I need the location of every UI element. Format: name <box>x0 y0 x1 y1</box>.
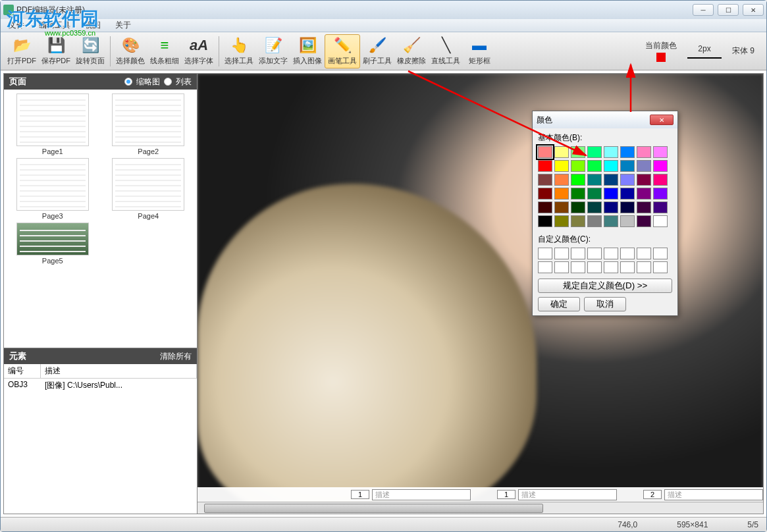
close-button[interactable]: ✕ <box>743 4 764 16</box>
color-swatch[interactable] <box>587 160 602 172</box>
color-swatch[interactable] <box>538 146 552 158</box>
view-thumb-radio[interactable] <box>124 78 132 86</box>
line-tool-button[interactable]: ╲直线工具 <box>429 34 463 68</box>
color-swatch[interactable] <box>620 146 635 158</box>
maximize-button[interactable]: ☐ <box>718 4 739 16</box>
color-swatch[interactable] <box>538 174 552 186</box>
color-swatch[interactable] <box>653 188 668 200</box>
minimize-button[interactable]: ─ <box>693 4 714 16</box>
canvas-area[interactable]: 1描述1描述2描述 <box>198 74 763 514</box>
color-swatch[interactable] <box>620 215 635 227</box>
rotate-page-button[interactable]: 🔄旋转页面 <box>73 34 107 68</box>
color-swatch[interactable] <box>571 201 585 213</box>
paint-brush-button[interactable]: 🖌️刷子工具 <box>360 34 394 68</box>
custom-color-slot[interactable] <box>587 261 602 273</box>
dialog-close-button[interactable]: ✕ <box>650 115 674 125</box>
color-swatch[interactable] <box>571 160 585 172</box>
page-thumb[interactable]: Page5 <box>8 223 97 265</box>
clear-all-button[interactable]: 清除所有 <box>160 351 192 362</box>
custom-color-slot[interactable] <box>554 261 569 273</box>
stroke-preview[interactable] <box>687 57 722 59</box>
color-swatch[interactable] <box>538 201 552 213</box>
color-swatch[interactable] <box>554 146 569 158</box>
color-swatch[interactable] <box>554 215 569 227</box>
color-swatch[interactable] <box>637 201 651 213</box>
color-swatch[interactable] <box>571 174 585 186</box>
menu-about[interactable]: 关于 <box>113 19 134 32</box>
color-swatch[interactable] <box>604 174 618 186</box>
insert-image-button[interactable]: 🖼️插入图像 <box>290 34 325 68</box>
ok-button[interactable]: 确定 <box>538 297 580 311</box>
color-swatch[interactable] <box>604 188 618 200</box>
color-swatch[interactable] <box>653 174 668 186</box>
custom-color-slot[interactable] <box>604 248 618 259</box>
color-swatch[interactable] <box>571 215 585 227</box>
custom-color-slot[interactable] <box>538 248 552 259</box>
color-swatch[interactable] <box>587 146 602 158</box>
custom-color-slot[interactable] <box>604 261 618 273</box>
custom-color-slot[interactable] <box>554 248 569 259</box>
color-swatch[interactable] <box>538 188 552 200</box>
add-text-button[interactable]: 📝添加文字 <box>256 34 290 68</box>
current-color-swatch[interactable] <box>656 53 666 62</box>
color-swatch[interactable] <box>554 188 569 200</box>
custom-color-slot[interactable] <box>587 248 602 259</box>
color-swatch[interactable] <box>653 201 668 213</box>
page-thumb[interactable]: Page2 <box>104 93 194 155</box>
color-swatch[interactable] <box>554 201 569 213</box>
custom-color-slot[interactable] <box>538 261 552 273</box>
color-swatch[interactable] <box>620 188 635 200</box>
custom-color-slot[interactable] <box>653 261 668 273</box>
select-tool-button[interactable]: 👆选择工具 <box>222 34 256 68</box>
dialog-titlebar[interactable]: 颜色 ✕ <box>533 111 677 128</box>
page-thumb[interactable]: Page1 <box>8 93 97 155</box>
color-swatch[interactable] <box>571 188 585 200</box>
color-swatch[interactable] <box>587 215 602 227</box>
horizontal-scrollbar[interactable] <box>198 502 763 514</box>
save-pdf-button[interactable]: 💾保存PDF <box>39 34 73 68</box>
color-swatch[interactable] <box>571 146 585 158</box>
color-swatch[interactable] <box>620 201 635 213</box>
color-swatch[interactable] <box>604 146 618 158</box>
color-swatch[interactable] <box>538 160 552 172</box>
color-swatch[interactable] <box>653 146 668 158</box>
element-row[interactable]: OBJ3[图像] C:\Users\Publ... <box>4 379 197 392</box>
color-swatch[interactable] <box>637 146 651 158</box>
line-width-button[interactable]: ≡线条粗细 <box>147 34 182 68</box>
custom-color-slot[interactable] <box>637 248 651 259</box>
color-swatch[interactable] <box>653 160 668 172</box>
color-swatch[interactable] <box>587 174 602 186</box>
color-swatch[interactable] <box>637 188 651 200</box>
define-custom-color-button[interactable]: 规定自定义颜色(D) >> <box>538 279 672 293</box>
menu-file[interactable]: 文件 <box>6 19 27 32</box>
color-swatch[interactable] <box>620 160 635 172</box>
custom-color-slot[interactable] <box>620 248 635 259</box>
color-swatch[interactable] <box>587 201 602 213</box>
page-thumb[interactable]: Page3 <box>8 158 97 220</box>
select-color-button[interactable]: 🎨选择颜色 <box>113 34 147 68</box>
color-swatch[interactable] <box>637 160 651 172</box>
select-font-button[interactable]: aA选择字体 <box>182 34 216 68</box>
color-swatch[interactable] <box>620 174 635 186</box>
eraser-button[interactable]: 🧹橡皮擦除 <box>394 34 429 68</box>
color-swatch[interactable] <box>554 174 569 186</box>
custom-color-slot[interactable] <box>637 261 651 273</box>
brush-tool-button[interactable]: ✏️画笔工具 <box>325 34 360 68</box>
custom-color-slot[interactable] <box>571 248 585 259</box>
rect-tool-button[interactable]: ▬矩形框 <box>463 34 496 68</box>
custom-color-slot[interactable] <box>653 248 668 259</box>
color-swatch[interactable] <box>653 215 668 227</box>
custom-color-slot[interactable] <box>571 261 585 273</box>
color-swatch[interactable] <box>604 160 618 172</box>
color-swatch[interactable] <box>637 215 651 227</box>
page-thumb[interactable]: Page4 <box>104 158 194 220</box>
color-swatch[interactable] <box>554 160 569 172</box>
open-pdf-button[interactable]: 📂打开PDF <box>5 34 39 68</box>
color-swatch[interactable] <box>637 174 651 186</box>
custom-color-slot[interactable] <box>620 261 635 273</box>
cancel-button[interactable]: 取消 <box>584 297 626 311</box>
color-swatch[interactable] <box>587 188 602 200</box>
color-swatch[interactable] <box>604 215 618 227</box>
color-swatch[interactable] <box>538 215 552 227</box>
color-swatch[interactable] <box>604 201 618 213</box>
